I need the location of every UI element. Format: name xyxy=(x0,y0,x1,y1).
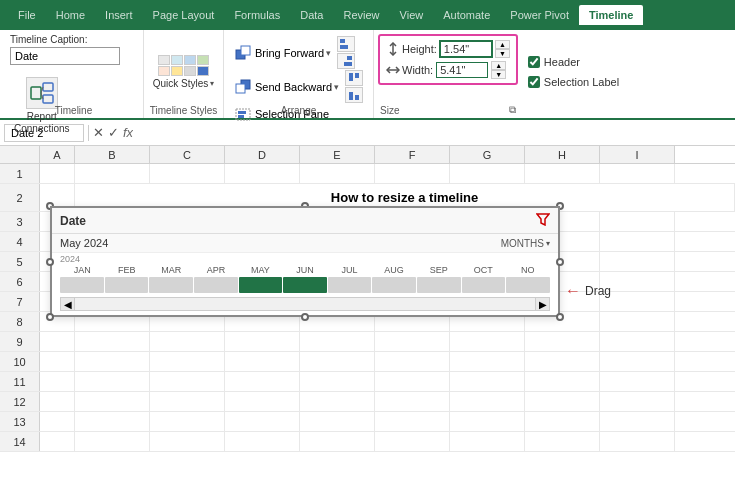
tab-review[interactable]: Review xyxy=(333,5,389,25)
handle-left-center[interactable] xyxy=(46,258,54,266)
month-feb[interactable]: FEB xyxy=(105,265,150,275)
month-mar[interactable]: MAR xyxy=(149,265,194,275)
selection-label-checkbox-row: Selection Label xyxy=(528,76,619,88)
month-aug[interactable]: AUG xyxy=(372,265,417,275)
tab-page-layout[interactable]: Page Layout xyxy=(143,5,225,25)
timeline-months-bar: JAN FEB MAR APR MAY JUN JUL AUG SEP OCT … xyxy=(52,265,558,275)
arrange-side-icons-2 xyxy=(345,70,363,103)
row-header-4: 4 xyxy=(0,232,40,251)
month-jun[interactable]: JUN xyxy=(283,265,328,275)
slider-apr[interactable] xyxy=(194,277,238,293)
tab-automate[interactable]: Automate xyxy=(433,5,500,25)
height-field: Height: ▲ ▼ xyxy=(386,40,510,58)
timeline-months-selector[interactable]: MONTHS ▾ xyxy=(501,238,550,249)
scrollbar-track[interactable] xyxy=(75,298,535,310)
bring-forward-button[interactable]: Bring Forward ▾ xyxy=(230,43,335,63)
svg-rect-16 xyxy=(355,95,359,100)
slider-nov[interactable] xyxy=(506,277,550,293)
tab-formulas[interactable]: Formulas xyxy=(224,5,290,25)
slider-aug[interactable] xyxy=(372,277,416,293)
timeline-group-label: Timeline xyxy=(4,105,143,116)
align-top-icon[interactable] xyxy=(345,70,363,86)
width-spin-up[interactable]: ▲ xyxy=(491,61,506,70)
height-spin-up[interactable]: ▲ xyxy=(495,40,510,49)
header-checkbox-label: Header xyxy=(544,56,580,68)
slider-mar[interactable] xyxy=(149,277,193,293)
ribbon-group-size: Height: ▲ ▼ Width: ▲ xyxy=(374,30,522,118)
handle-bottom-left[interactable] xyxy=(46,313,54,321)
cell-b1[interactable] xyxy=(75,164,150,183)
cell-f1[interactable] xyxy=(375,164,450,183)
size-expand-icon[interactable]: ⧉ xyxy=(509,104,516,116)
month-sep[interactable]: SEP xyxy=(416,265,461,275)
row-header-1: 1 xyxy=(0,164,40,183)
cell-g1[interactable] xyxy=(450,164,525,183)
align-bottom-icon[interactable] xyxy=(345,87,363,103)
svg-rect-15 xyxy=(349,92,353,100)
cell-d1[interactable] xyxy=(225,164,300,183)
row-header-13: 13 xyxy=(0,412,40,431)
width-input[interactable] xyxy=(436,62,488,78)
month-oct[interactable]: OCT xyxy=(461,265,506,275)
timeline-caption-input[interactable] xyxy=(10,47,120,65)
month-jan[interactable]: JAN xyxy=(60,265,105,275)
slider-feb[interactable] xyxy=(105,277,149,293)
height-input[interactable] xyxy=(440,41,492,57)
slider-sep[interactable] xyxy=(417,277,461,293)
slider-jul[interactable] xyxy=(328,277,372,293)
ribbon-group-styles: Quick Styles ▾ Timeline Styles xyxy=(144,30,224,118)
svg-rect-9 xyxy=(347,56,352,60)
cell-a1[interactable] xyxy=(40,164,75,183)
col-header-i: I xyxy=(600,146,675,163)
row-header-10: 10 xyxy=(0,352,40,371)
slider-oct[interactable] xyxy=(462,277,506,293)
tab-file[interactable]: File xyxy=(8,5,46,25)
months-dropdown-icon: ▾ xyxy=(546,239,550,248)
svg-marker-22 xyxy=(537,214,549,225)
align-right-icon[interactable] xyxy=(337,53,355,69)
tab-data[interactable]: Data xyxy=(290,5,333,25)
row-header-6: 6 xyxy=(0,272,40,291)
slider-jan[interactable] xyxy=(60,277,104,293)
row-header-2: 2 xyxy=(0,184,40,211)
bring-forward-dropdown-icon: ▾ xyxy=(326,48,331,58)
cell-i1[interactable] xyxy=(600,164,675,183)
align-left-icon[interactable] xyxy=(337,36,355,52)
month-may[interactable]: MAY xyxy=(238,265,283,275)
send-backward-button[interactable]: Send Backward ▾ xyxy=(230,77,343,97)
quick-styles-button[interactable]: Quick Styles ▾ xyxy=(153,55,215,89)
selection-label-checkbox[interactable] xyxy=(528,76,540,88)
tab-view[interactable]: View xyxy=(390,5,434,25)
timeline-slider[interactable] xyxy=(52,275,558,297)
month-nov[interactable]: NO xyxy=(505,265,550,275)
timeline-widget[interactable]: Date May 2024 MONTHS ▾ 2024 xyxy=(50,206,560,317)
tab-home[interactable]: Home xyxy=(46,5,95,25)
handle-bottom-center[interactable] xyxy=(301,313,309,321)
header-checkbox[interactable] xyxy=(528,56,540,68)
cell-e1[interactable] xyxy=(300,164,375,183)
tab-insert[interactable]: Insert xyxy=(95,5,143,25)
scrollbar-left-btn[interactable]: ◀ xyxy=(61,298,75,310)
cell-c1[interactable] xyxy=(150,164,225,183)
slider-may[interactable] xyxy=(239,277,283,293)
slider-jun[interactable] xyxy=(283,277,327,293)
send-backward-icon xyxy=(234,79,252,95)
handle-bottom-right[interactable] xyxy=(556,313,564,321)
cell-h1[interactable] xyxy=(525,164,600,183)
col-header-b: B xyxy=(75,146,150,163)
month-jul[interactable]: JUL xyxy=(327,265,372,275)
timeline-scrollbar[interactable]: ◀ ▶ xyxy=(60,297,550,311)
scrollbar-right-btn[interactable]: ▶ xyxy=(535,298,549,310)
table-row: 1 xyxy=(0,164,735,184)
width-spin-down[interactable]: ▼ xyxy=(491,70,506,79)
tab-power-pivot[interactable]: Power Pivot xyxy=(500,5,579,25)
col-header-d: D xyxy=(225,146,300,163)
svg-rect-13 xyxy=(349,73,353,81)
handle-right-center[interactable] xyxy=(556,258,564,266)
timeline-filter-icon[interactable] xyxy=(536,212,550,229)
month-apr[interactable]: APR xyxy=(194,265,239,275)
tab-timeline[interactable]: Timeline xyxy=(579,5,643,25)
height-spin-down[interactable]: ▼ xyxy=(495,49,510,58)
row-header-3: 3 xyxy=(0,212,40,231)
formula-input[interactable] xyxy=(133,125,731,141)
